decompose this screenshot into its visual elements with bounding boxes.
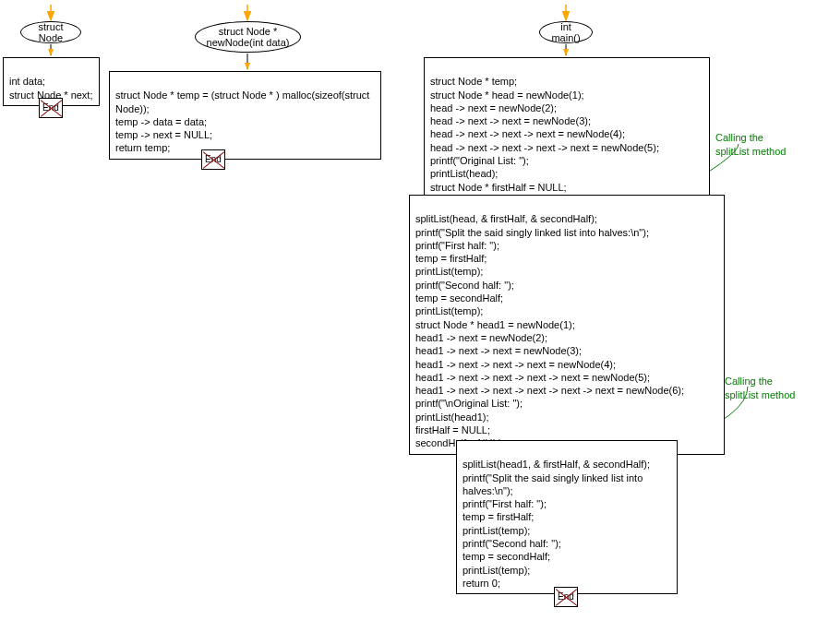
annotation-text: Calling the splitList method — [715, 132, 786, 156]
end-terminal-1: End — [39, 98, 63, 118]
annotation-text: Calling the splitList method — [725, 376, 795, 400]
label: struct Node * newNode(int data) — [207, 26, 290, 48]
end-label: End — [42, 102, 59, 113]
end-terminal-3: End — [554, 587, 578, 607]
code: splitList(head1, & firstHalf, & secondHa… — [463, 459, 650, 589]
ellipse-struct-node: struct Node — [20, 21, 81, 43]
end-label: End — [558, 591, 574, 602]
code: splitList(head, & firstHalf, & secondHal… — [415, 213, 684, 448]
ellipse-main: int main() — [539, 21, 593, 43]
annotation-splitlist-1: Calling the splitList method — [715, 118, 786, 158]
end-label: End — [205, 154, 222, 164]
process-newnode-body: struct Node * temp = (struct Node * ) ma… — [109, 71, 381, 160]
process-main-block3: splitList(head1, & firstHalf, & secondHa… — [456, 440, 678, 594]
process-main-block2: splitList(head, & firstHalf, & secondHal… — [409, 195, 725, 455]
label: struct Node — [29, 21, 73, 43]
code: int data; struct Node * next; — [9, 76, 93, 100]
process-main-block1: struct Node * temp; struct Node * head =… — [424, 57, 710, 211]
end-terminal-2: End — [201, 149, 225, 170]
code: struct Node * temp; struct Node * head =… — [430, 76, 659, 206]
label: int main() — [547, 21, 584, 43]
code: struct Node * temp = (struct Node * ) ma… — [115, 89, 369, 153]
ellipse-newnode: struct Node * newNode(int data) — [195, 21, 301, 53]
annotation-splitlist-2: Calling the splitList method — [725, 362, 795, 401]
